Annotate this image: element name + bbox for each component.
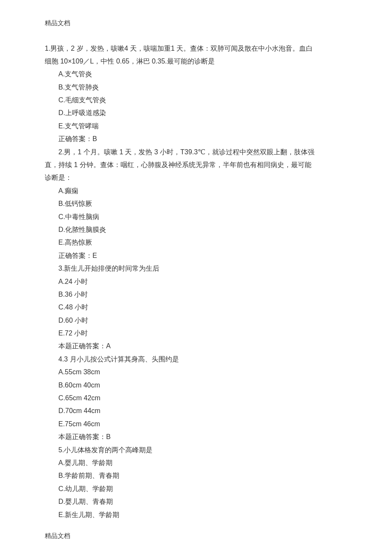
question-stem: 4.3 月小儿按公式计算其身高、头围约是	[45, 353, 347, 366]
option-a: A.婴儿期、学龄期	[45, 457, 347, 469]
option-e: E.支气管哮喘	[45, 120, 347, 133]
answer: 本题正确答案：B	[45, 431, 347, 443]
question-5: 5.小儿体格发育的两个高峰期是 A.婴儿期、学龄期 B.学龄前期、青春期 C.幼…	[45, 444, 347, 521]
question-stem: 1.男孩，2 岁，发热，咳嗽4 天，咳喘加重1 天。查体：双肺可闻及散在中小水泡…	[45, 42, 347, 55]
option-d: D.70cm 44cm	[45, 405, 347, 417]
question-3: 3.新生儿开始排便的时间常为生后 A.24 小时 B.36 小时 C.48 小时…	[45, 262, 347, 353]
question-stem: 直，持续 1 分钟。查体：咽红，心肺腹及神经系统无异常，半年前也有相同病史，最可…	[45, 159, 347, 171]
option-b: B.60cm 40cm	[45, 379, 347, 392]
option-a: A.55cm 38cm	[45, 366, 347, 379]
option-b: B.36 小时	[45, 288, 347, 301]
option-a: A.24 小时	[45, 275, 347, 288]
footer-label: 精品文档	[45, 530, 347, 542]
option-b: B.支气管肺炎	[45, 81, 347, 94]
option-d: D.60 小时	[45, 314, 347, 327]
option-c: C.毛细支气管炎	[45, 94, 347, 107]
header-label: 精品文档	[45, 17, 347, 29]
answer: 正确答案：E	[45, 249, 347, 262]
option-d: D.上呼吸道感染	[45, 107, 347, 119]
question-2: 2.男，1 个月。咳嗽 1 天，发热 3 小时，T39.3℃，就诊过程中突然双眼…	[45, 146, 347, 263]
option-a: A.支气管炎	[45, 68, 347, 81]
answer: 本题正确答案：A	[45, 340, 347, 353]
option-c: C.幼儿期、学龄期	[45, 483, 347, 495]
option-d: D.婴儿期、青春期	[45, 495, 347, 508]
option-c: C.65cm 42cm	[45, 392, 347, 405]
question-stem: 3.新生儿开始排便的时间常为生后	[45, 262, 347, 275]
question-stem: 细胞 10×109／L，中性 0.65，淋巴 0.35.最可能的诊断是	[45, 55, 347, 68]
content-body: 1.男孩，2 岁，发热，咳嗽4 天，咳喘加重1 天。查体：双肺可闻及散在中小水泡…	[45, 42, 347, 521]
option-e: E.新生儿期、学龄期	[45, 509, 347, 521]
question-stem: 2.男，1 个月。咳嗽 1 天，发热 3 小时，T39.3℃，就诊过程中突然双眼…	[45, 146, 347, 159]
answer: 正确答案：B	[45, 133, 347, 145]
question-1: 1.男孩，2 岁，发热，咳嗽4 天，咳喘加重1 天。查体：双肺可闻及散在中小水泡…	[45, 42, 347, 146]
question-4: 4.3 月小儿按公式计算其身高、头围约是 A.55cm 38cm B.60cm …	[45, 353, 347, 444]
question-stem: 5.小儿体格发育的两个高峰期是	[45, 444, 347, 457]
option-e: E.75cm 46cm	[45, 418, 347, 431]
option-e: E.高热惊厥	[45, 236, 347, 249]
question-stem: 诊断是：	[45, 171, 347, 184]
option-b: B.低钙惊厥	[45, 197, 347, 210]
option-e: E.72 小时	[45, 327, 347, 340]
option-b: B.学龄前期、青春期	[45, 469, 347, 482]
option-c: C.48 小时	[45, 301, 347, 314]
option-c: C.中毒性脑病	[45, 211, 347, 223]
option-a: A.癫痫	[45, 185, 347, 197]
option-d: D.化脓性脑膜炎	[45, 223, 347, 236]
